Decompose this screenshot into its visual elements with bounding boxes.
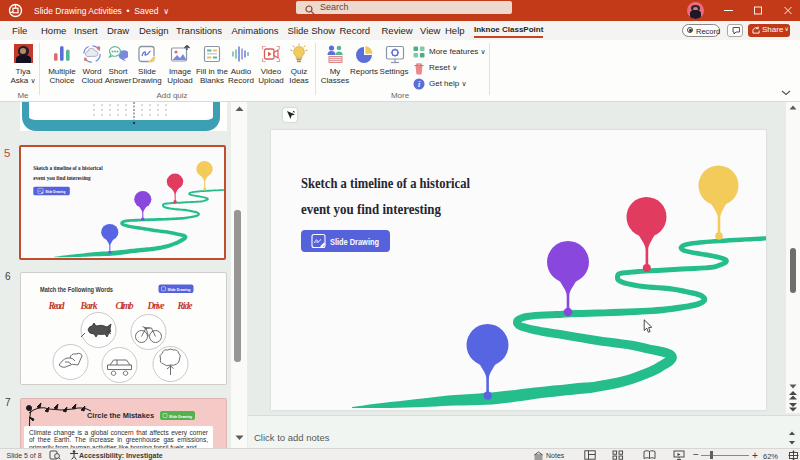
svg-text:Read: Read (48, 301, 65, 311)
svg-text:Match the Following Words: Match the Following Words (40, 285, 113, 294)
svg-text:Slide Drawing: Slide Drawing (169, 414, 192, 419)
svg-text:Bark: Bark (80, 301, 98, 311)
svg-text:Circle the Mistakes: Circle the Mistakes (87, 411, 155, 420)
svg-text:Slide Drawing: Slide Drawing (168, 287, 191, 292)
svg-text:Climb: Climb (116, 301, 134, 311)
svg-text:Ride: Ride (177, 301, 194, 311)
svg-text:Drive: Drive (147, 301, 166, 311)
